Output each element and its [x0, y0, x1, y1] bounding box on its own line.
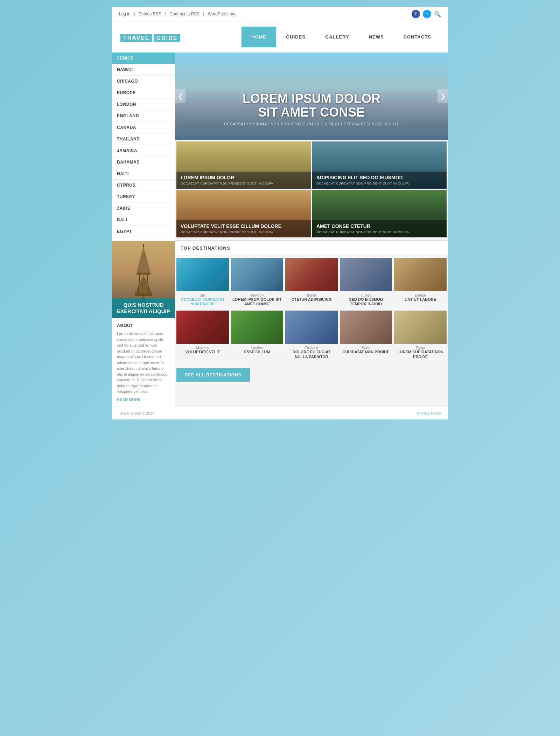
list-item[interactable]: EGYPT: [112, 226, 175, 237]
dest-card-egypt[interactable]: Egypt LOREM CUPIDATAT NON PROIDE: [394, 311, 447, 361]
hero-slider: ❮ LOREM IPSUM DOLOR SIT AMET CONSE OCCAE…: [175, 53, 448, 140]
dest-card-turkey[interactable]: Turkey SED DO EIUSMOD TEMPOR INCIDID: [340, 258, 392, 308]
dest-image-egypt: [394, 311, 447, 344]
list-item[interactable]: TURKEY: [112, 191, 175, 203]
facebook-icon[interactable]: f: [412, 10, 420, 18]
see-all-button[interactable]: SEE ALL DESTINATIONS: [176, 368, 250, 382]
header: TRAVELGUIDE HOME GUIDES GALLERY NEWS CON…: [112, 21, 448, 53]
read-more-link[interactable]: READ MORE: [117, 397, 170, 402]
hero-subtitle: OCCAECAT CUPIDATAT NON PROIDENT SUNT IN …: [175, 122, 448, 126]
svg-rect-3: [135, 293, 152, 296]
dest-location-newyork: New York: [232, 293, 283, 297]
list-item[interactable]: ENGLAND: [112, 110, 175, 122]
dest-name-london: ESSE CILLUM: [232, 350, 283, 354]
top-bar-right: f t 🔍: [412, 10, 441, 18]
sidebar-about: ABOUT Lorem ipsum dolor sit amet conse c…: [112, 318, 175, 407]
search-button[interactable]: 🔍: [434, 11, 441, 18]
dest-card-thailand[interactable]: Thailand DOLORE EU FUGIAT NULLA PARIATUR: [285, 311, 338, 361]
dest-location-london: London: [232, 346, 283, 350]
dest-name-moscow: VOLUPTATE VELIT: [177, 350, 228, 354]
content-area: VENICE HAWAII CHICAGO EUROPE LONDON ENGL…: [112, 53, 448, 407]
dest-image-paris: [340, 311, 392, 344]
nav-gallery[interactable]: GALLERY: [315, 27, 359, 47]
thumb-title-2: ADIPISICING ELIT SED DO EIUSMOD: [316, 175, 442, 180]
list-item[interactable]: HAITI: [112, 168, 175, 180]
dest-image-turkey: [340, 258, 392, 291]
thumb-desc-3: OCCAECAT CUPIDATAT NON PROIDENT SUNT IN …: [181, 230, 307, 234]
logo-badge: GUIDE: [154, 34, 181, 42]
dest-name-bali: OCCAECAT CUPIDATAT NON PROIDE: [177, 297, 228, 306]
list-item[interactable]: CYPRUS: [112, 180, 175, 191]
dest-card-europe[interactable]: Europe UNT UT LABORE: [394, 258, 447, 308]
list-item[interactable]: ZAIRE: [112, 203, 175, 214]
dest-image-newyork: [231, 258, 284, 291]
privacy-policy-link[interactable]: Privacy Policy: [417, 411, 441, 415]
thumb-card-2[interactable]: ADIPISICING ELIT SED DO EIUSMOD OCCAECAT…: [312, 141, 447, 189]
logo-text: TRAVEL: [120, 34, 152, 42]
thumb-card-3[interactable]: VOLUPTATE VELIT ESSE CILLUM DOLORE OCCAE…: [176, 190, 311, 237]
destinations-grid: Bali OCCAECAT CUPIDATAT NON PROIDE New Y…: [175, 255, 448, 364]
thumb-desc-4: OCCAECAT CUPIDATAT NON PROIDENT SUNT IN …: [316, 230, 442, 234]
dest-name-paris: CUPIDATAT NON PROIDE: [341, 350, 392, 354]
list-item[interactable]: JAMAICA: [112, 145, 175, 157]
list-item[interactable]: BALI: [112, 214, 175, 226]
dest-image-europe: [394, 258, 447, 291]
twitter-icon[interactable]: t: [423, 10, 431, 18]
dest-card-london[interactable]: London ESSE CILLUM: [231, 311, 284, 361]
svg-rect-8: [143, 244, 144, 247]
sidebar-promo-text: QUIS NOSTRUD EXERCITATI ALIQUIP: [112, 298, 175, 318]
dest-card-berlin[interactable]: Berlin CTETUR ADIPISICING: [285, 258, 338, 308]
list-item[interactable]: HAWAII: [112, 64, 175, 76]
dest-location-paris: Paris: [341, 346, 392, 350]
list-item[interactable]: CHICAGO: [112, 76, 175, 87]
main-content: ❮ LOREM IPSUM DOLOR SIT AMET CONSE OCCAE…: [175, 53, 448, 407]
list-item[interactable]: THAILAND: [112, 133, 175, 145]
wordpress-link[interactable]: WordPress.org: [208, 12, 236, 16]
thumb-card-1[interactable]: LOREM IPSUM DOLOR OCCAECAT CUPIDATAT NON…: [176, 141, 311, 189]
nav-contacts[interactable]: CONTACTS: [394, 27, 441, 47]
dest-location-bali: Bali: [177, 293, 228, 297]
dest-name-berlin: CTETUR ADIPISICING: [286, 297, 337, 302]
login-link[interactable]: Log in: [119, 12, 131, 16]
hero-text: LOREM IPSUM DOLOR SIT AMET CONSE OCCAECA…: [175, 92, 448, 126]
list-item[interactable]: VENICE: [112, 53, 175, 64]
svg-rect-1: [136, 272, 150, 275]
thumb-desc-1: OCCAECAT CUPIDATAT NON PROIDENT SUNT IN …: [181, 182, 307, 185]
footer: Travel Guide © 2014 Privacy Policy: [112, 407, 448, 419]
about-title: ABOUT: [117, 323, 170, 328]
thumb-title-3: VOLUPTATE VELIT ESSE CILLUM DOLORE: [181, 224, 307, 229]
comments-rss-link[interactable]: Comments RSS: [169, 12, 200, 16]
footer-copyright: Travel Guide © 2014: [119, 411, 154, 415]
dest-card-paris[interactable]: Paris CUPIDATAT NON PROIDE: [340, 311, 392, 361]
nav-home[interactable]: HOME: [241, 27, 276, 47]
svg-marker-0: [136, 246, 150, 272]
dest-card-moscow[interactable]: Moscow VOLUPTATE VELIT: [176, 311, 229, 361]
dest-name-turkey: SED DO EIUSMOD TEMPOR INCIDID: [341, 297, 392, 306]
entries-rss-link[interactable]: Entries RSS: [139, 12, 161, 16]
dest-card-bali[interactable]: Bali OCCAECAT CUPIDATAT NON PROIDE: [176, 258, 229, 308]
list-item[interactable]: LONDON: [112, 99, 175, 110]
nav-news[interactable]: NEWS: [359, 27, 394, 47]
nav-guides[interactable]: GUIDES: [276, 27, 315, 47]
dest-name-egypt: LOREM CUPIDATAT NON PROIDE: [395, 350, 446, 359]
hero-image: ❮ LOREM IPSUM DOLOR SIT AMET CONSE OCCAE…: [175, 53, 448, 140]
thumb-card-4[interactable]: AMET CONSE CTETUR OCCAECAT CUPIDATAT NON…: [312, 190, 447, 237]
list-item[interactable]: BAHAMAS: [112, 157, 175, 168]
dest-image-thailand: [285, 311, 338, 344]
dest-name-thailand: DOLORE EU FUGIAT NULLA PARIATUR: [286, 350, 337, 359]
thumb-title-1: LOREM IPSUM DOLOR: [181, 175, 307, 180]
dest-card-newyork[interactable]: New York LOREM IPSUM DOLOR SIT AMET CONS…: [231, 258, 284, 308]
dest-name-newyork: LOREM IPSUM DOLOR SIT AMET CONSE: [232, 297, 283, 306]
hero-title: LOREM IPSUM DOLOR SIT AMET CONSE: [175, 92, 448, 119]
dest-image-bali: [176, 258, 229, 291]
sidebar-promo-image: QUIS NOSTRUD EXERCITATI ALIQUIP: [112, 241, 175, 318]
list-item[interactable]: EUROPE: [112, 87, 175, 99]
slider-next-button[interactable]: ❯: [438, 89, 448, 103]
sidebar-menu: VENICE HAWAII CHICAGO EUROPE LONDON ENGL…: [112, 53, 175, 237]
page-wrapper: Log in | Entries RSS | Comments RSS | Wo…: [112, 7, 448, 419]
thumb-desc-2: OCCAECAT CUPIDATAT NON PROIDENT SUNT IN …: [316, 182, 442, 185]
dest-location-europe: Europe: [395, 293, 446, 297]
thumb-title-4: AMET CONSE CTETUR: [316, 224, 442, 229]
list-item[interactable]: CANADA: [112, 122, 175, 133]
sidebar-promo: QUIS NOSTRUD EXERCITATI ALIQUIP: [112, 241, 175, 318]
